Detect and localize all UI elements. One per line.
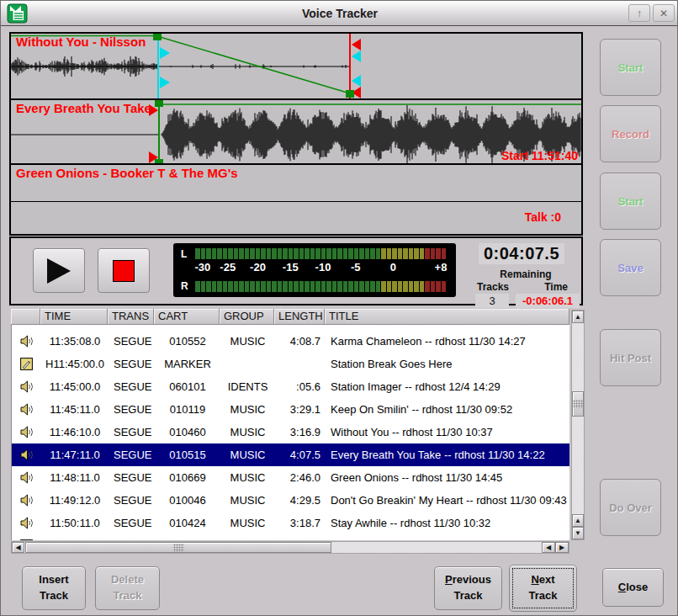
cell-title: Legal ID Goes Here xyxy=(326,534,569,540)
close-window-button[interactable]: ✕ xyxy=(653,4,675,22)
log-row-5[interactable]: 11:46:10.0SEGUE010460MUSIC3:16.9Without … xyxy=(12,421,569,443)
cell-trans: SEGUE xyxy=(109,330,155,353)
meter-left-label: L xyxy=(181,248,187,260)
meter-segment xyxy=(376,281,381,292)
stop-button[interactable] xyxy=(98,248,150,293)
remaining-tracks-label: Tracks xyxy=(477,281,509,293)
waveform-panel: Without You - Nilsson Every Breath You T… xyxy=(9,32,583,236)
cell-length: 4:08.7 xyxy=(275,330,326,353)
scroll-up-button-2[interactable]: ▲ xyxy=(572,514,584,527)
shade-icon: ↑ xyxy=(637,8,642,19)
cell-time: 11:45:00.0 xyxy=(41,375,109,398)
cell-length: 4:07.5 xyxy=(275,443,326,466)
log-row-7[interactable]: 11:48:11.0SEGUE010669MUSIC2:46.0Green On… xyxy=(12,466,569,489)
save-button[interactable]: Save xyxy=(600,239,661,296)
meter-segment xyxy=(398,281,403,292)
meter-segment xyxy=(289,281,294,292)
next-track-button[interactable]: Next Track xyxy=(509,565,577,612)
do-over-button[interactable]: Do Over xyxy=(600,479,661,536)
meter-segment xyxy=(310,281,315,292)
meter-segment xyxy=(234,248,239,259)
meter-segment xyxy=(201,281,206,292)
cell-trans: SEGUE xyxy=(109,421,155,443)
meter-segment xyxy=(403,248,408,259)
cell-trans: SEGUE xyxy=(109,512,155,534)
log-table-header: TIME TRANS CART GROUP LENGTH TITLE xyxy=(11,309,569,325)
header-trans[interactable]: TRANS xyxy=(108,309,154,325)
cell-length: 3:29.1 xyxy=(275,398,326,421)
track-3[interactable]: Green Onions - Booker T & The MG's Talk … xyxy=(11,165,581,231)
scroll-down-button[interactable]: ▼ xyxy=(572,527,584,539)
cell-title: Keep On Smilin' -- rdhost 11/30 09:52 xyxy=(326,398,569,421)
insert-track-button[interactable]: Insert Track xyxy=(22,566,86,610)
horizontal-scroll-thumb[interactable] xyxy=(25,542,331,553)
header-group[interactable]: GROUP xyxy=(220,309,274,325)
speaker-icon xyxy=(20,380,34,393)
scroll-up-button[interactable]: ▲ xyxy=(572,311,584,323)
track-3-title: Green Onions - Booker T & The MG's xyxy=(16,166,238,180)
previous-track-button[interactable]: Previous Track xyxy=(434,566,502,610)
log-row-6[interactable]: 11:47:11.0SEGUE010515MUSIC4:07.5Every Br… xyxy=(12,443,569,466)
horizontal-scrollbar[interactable]: ◀ ◀ ▶ xyxy=(11,541,569,554)
meter-segment xyxy=(365,281,370,292)
stop-icon xyxy=(113,260,135,282)
cell-time: 11:46:10.0 xyxy=(41,421,109,443)
close-button[interactable]: Close xyxy=(602,568,664,607)
meter-segment xyxy=(212,281,217,292)
start-1-button[interactable]: Start xyxy=(600,39,661,96)
cell-cart: 010515 xyxy=(155,443,220,466)
play-button[interactable] xyxy=(33,248,85,293)
start-2-button[interactable]: Start xyxy=(600,173,661,230)
meter-segment xyxy=(223,281,228,292)
header-title[interactable]: TITLE xyxy=(325,309,569,325)
meter-scale-label: -5 xyxy=(351,261,361,273)
remaining-label: Remaining xyxy=(472,268,580,280)
vertical-scroll-thumb[interactable] xyxy=(572,391,584,417)
cell-time: 11:50:11.0 xyxy=(41,512,109,534)
scroll-right-button[interactable]: ▶ xyxy=(555,542,569,553)
header-icon-col[interactable] xyxy=(11,309,40,325)
cell-title: Station Imager -- rdhost 12/4 14:29 xyxy=(326,375,569,398)
cell-title: Green Onions -- rdhost 11/30 14:45 xyxy=(326,466,569,489)
cell-length xyxy=(275,534,326,540)
hit-post-button[interactable]: Hit Post xyxy=(600,329,661,386)
track-1-title: Without You - Nilsson xyxy=(16,35,146,49)
cell-group xyxy=(220,353,275,375)
track-2[interactable]: Every Breath You Take Start 11:51:40 xyxy=(11,98,581,165)
cell-length: 3:18.7 xyxy=(275,512,326,534)
cell-length: 4:29.5 xyxy=(275,489,326,512)
record-button[interactable]: Record xyxy=(600,105,661,162)
meter-segment xyxy=(332,281,337,292)
marker-note-icon xyxy=(20,358,33,370)
meter-segment xyxy=(217,248,222,259)
header-time[interactable]: TIME xyxy=(40,309,108,325)
vertical-scrollbar[interactable]: ▲ ▲ ▼ xyxy=(571,310,585,540)
delete-track-button[interactable]: Delete Track xyxy=(95,566,160,610)
meter-segment xyxy=(315,281,320,292)
header-cart[interactable]: CART xyxy=(154,309,220,325)
log-row-1[interactable]: 11:35:08.0SEGUE010552MUSIC4:08.7Karma Ch… xyxy=(12,330,569,353)
titlebar[interactable]: Voice Tracker ↑ ✕ xyxy=(1,1,678,26)
cell-group: MUSIC xyxy=(220,398,275,421)
delete-track-label1: Delete xyxy=(111,572,144,588)
track-1[interactable]: Without You - Nilsson xyxy=(11,34,581,98)
scroll-left-button[interactable]: ◀ xyxy=(12,542,24,553)
log-row-2[interactable]: H11:45:00.0SEGUEMARKERStation Break Goes… xyxy=(12,353,569,375)
shade-window-button[interactable]: ↑ xyxy=(628,4,650,22)
meter-segment xyxy=(381,281,386,292)
cell-cart: 010424 xyxy=(155,512,220,534)
meter-segment xyxy=(228,281,233,292)
scroll-left-button-2[interactable]: ◀ xyxy=(542,542,555,553)
cell-length: 2:46.0 xyxy=(275,466,326,489)
meter-segment xyxy=(223,248,228,259)
cell-trans: SEGUE xyxy=(109,375,155,398)
meter-segment xyxy=(256,281,261,292)
log-row-8[interactable]: 11:49:12.0SEGUE010046MUSIC4:29.5Don't Go… xyxy=(12,489,569,512)
log-row-4[interactable]: 11:45:11.0SEGUE010119MUSIC3:29.1Keep On … xyxy=(12,398,569,421)
log-row-3[interactable]: 11:45:00.0SEGUE060101IDENTS:05.6Station … xyxy=(12,375,569,398)
meter-segment xyxy=(392,281,397,292)
header-length[interactable]: LENGTH xyxy=(274,309,325,325)
log-row-10[interactable]: H12:00:00.0SEGUEMARKERLegal ID Goes Here xyxy=(12,534,569,540)
log-row-9[interactable]: 11:50:11.0SEGUE010424MUSIC3:18.7Stay Awh… xyxy=(12,512,569,534)
meter-segment xyxy=(239,281,244,292)
